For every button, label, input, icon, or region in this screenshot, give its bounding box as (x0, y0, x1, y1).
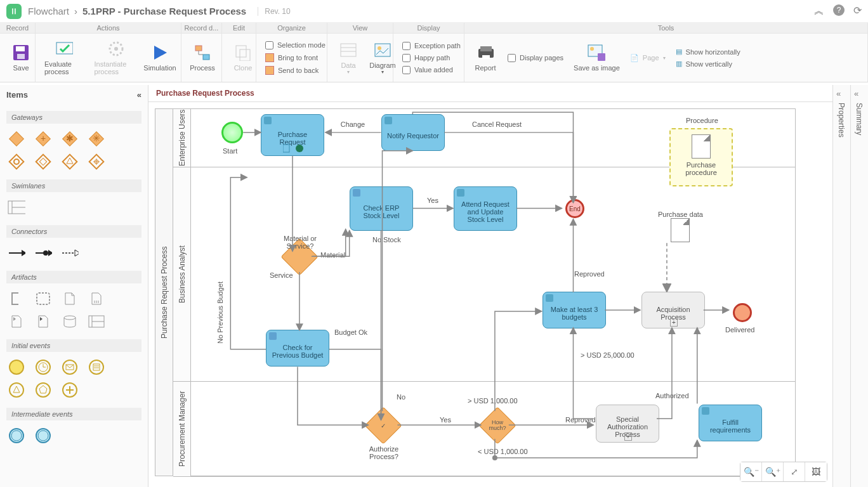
task-attend-request[interactable]: Attend Request and Update Stock Level (454, 186, 517, 231)
artifact-lane-icon[interactable] (88, 313, 105, 330)
svg-point-19 (590, 47, 594, 51)
end-event[interactable]: End (565, 199, 584, 218)
gateway-variant3-icon[interactable] (61, 153, 79, 171)
svg-rect-6 (195, 46, 202, 51)
save-as-image-button[interactable]: Save as image (569, 41, 625, 74)
gateway-how-much[interactable]: How much? (478, 406, 516, 444)
svg-rect-75 (283, 145, 289, 152)
collapse-sidebar-icon[interactable]: « (137, 90, 141, 100)
expand-summary-icon[interactable]: « (854, 89, 858, 98)
task-check-erp[interactable]: Check ERP Stock Level (350, 186, 413, 231)
intermediate-event1-icon[interactable] (8, 427, 25, 445)
svg-rect-1 (16, 46, 25, 51)
gateway-complex-icon[interactable]: ✳ (88, 130, 105, 148)
subprocess-acquisition[interactable]: Acquisition Process+ (641, 292, 705, 328)
start-signal-icon[interactable] (8, 381, 25, 399)
swimlane-pool-icon[interactable] (8, 198, 25, 216)
revision-label: Rev. 10 (258, 7, 290, 16)
delivered-label: Delivered (725, 326, 754, 334)
gateway-parallel-icon[interactable]: + (34, 130, 52, 148)
palette-section-initial: Initial events (6, 339, 141, 352)
palette-section-connectors: Connectors (6, 225, 141, 238)
pool[interactable]: Purchase Request Process Enterprise User… (155, 108, 796, 476)
data-object-purchase-data[interactable]: Purchase data (658, 211, 703, 242)
expand-properties-icon[interactable]: « (836, 89, 841, 98)
gateway-variant2-icon[interactable] (34, 153, 52, 171)
artifact-data-collection-icon[interactable] (88, 290, 105, 308)
group-purchase-procedure[interactable]: Purchase procedure (669, 128, 733, 186)
artifact-data-input-icon[interactable] (8, 313, 25, 330)
collapse-ribbon-icon[interactable]: ︽ (814, 4, 824, 18)
display-pages-checkbox[interactable]: Display pages (505, 53, 566, 63)
gateway-variant4-icon[interactable] (88, 153, 105, 171)
selection-mode-checkbox[interactable]: Selection mode (263, 40, 328, 51)
happy-path-checkbox[interactable]: Happy path (400, 53, 463, 63)
report-button[interactable]: Report (468, 41, 503, 74)
lane-procurement-manager[interactable]: Procurement Manager ✓ Authorize Process?… (173, 382, 795, 477)
bring-to-front-button[interactable]: Bring to front (263, 52, 328, 63)
artifact-data-object-icon[interactable] (61, 290, 79, 308)
evaluate-process-button[interactable]: Evaluate process (39, 37, 89, 78)
start-none-icon[interactable] (8, 358, 25, 376)
task-fulfill[interactable]: Fulfill requirements (699, 405, 762, 441)
fit-to-screen-button[interactable]: ⤢ (784, 462, 805, 481)
edge-label-yes1: Yes (427, 197, 438, 204)
show-horizontally-button[interactable]: ▤Show horizontally (673, 46, 743, 57)
gateway-event-icon[interactable]: ✱ (61, 130, 79, 148)
connector-message-icon[interactable] (61, 244, 79, 262)
gw-label-authorize: Authorize Process? (364, 445, 404, 460)
edge-label-no: No (397, 393, 405, 401)
start-conditional-icon[interactable] (88, 358, 105, 376)
svg-marker-67 (39, 386, 47, 393)
refresh-icon[interactable]: ⟳ (853, 4, 862, 18)
artifact-data-output-icon[interactable] (34, 313, 52, 330)
lane-business-analyst[interactable]: Business Analyst Check ERP Stock Level A… (173, 167, 795, 382)
properties-panel-collapsed[interactable]: « Properties (832, 85, 850, 487)
task-make-budgets[interactable]: Make at least 3 budgets (542, 292, 606, 328)
delivered-event[interactable] (733, 303, 752, 322)
diagram-canvas[interactable]: Purchase Request Process Enterprise User… (148, 102, 832, 487)
minimap-button[interactable]: 🖼 (805, 462, 827, 481)
task-check-budget[interactable]: Check for Previous Budget (266, 330, 329, 367)
save-button[interactable]: Save (4, 41, 38, 74)
sidebar-title: Items (6, 90, 28, 100)
svg-point-60 (89, 360, 103, 374)
palette-section-artifacts: Artifacts (6, 271, 141, 283)
show-vertically-button[interactable]: ▥Show vertically (673, 58, 743, 69)
task-notify-requestor[interactable]: Notify Requestor (381, 114, 445, 151)
intermediate-event2-icon[interactable] (34, 427, 52, 445)
gateway-inclusive-icon[interactable] (8, 153, 25, 171)
start-parallel-icon[interactable] (61, 381, 79, 399)
simulation-button[interactable]: Simulation (143, 41, 177, 74)
page-title: 5.1PRP - Purchase Request Process (82, 6, 246, 16)
gateway-exclusive-icon[interactable] (8, 130, 25, 148)
send-to-back-button[interactable]: Send to back (263, 65, 328, 76)
svg-point-29 (14, 159, 19, 164)
start-multiple-icon[interactable] (34, 381, 52, 399)
exception-path-checkbox[interactable]: Exception path (400, 41, 463, 51)
purchase-data-label: Purchase data (658, 211, 703, 218)
start-event[interactable] (221, 122, 243, 143)
subprocess-special-auth[interactable]: Special Authorization Process+ (596, 405, 659, 443)
process-button[interactable]: Process (185, 41, 220, 74)
gateway-authorize[interactable]: ✓ (364, 406, 402, 444)
value-added-checkbox[interactable]: Value added (400, 65, 463, 75)
help-icon[interactable]: ? (833, 4, 845, 16)
canvas-tab[interactable]: Purchase Request Process (148, 85, 832, 102)
start-timer-icon[interactable] (34, 358, 52, 376)
connector-sequence-icon[interactable] (8, 244, 25, 262)
artifact-datastore-icon[interactable] (61, 313, 79, 330)
summary-panel-collapsed[interactable]: « Summary (850, 85, 868, 487)
artifact-group-icon[interactable] (34, 290, 52, 308)
svg-text:✱: ✱ (66, 133, 74, 143)
task-purchase-request[interactable]: Purchase Request (261, 114, 324, 156)
artifact-annotation-icon[interactable] (8, 290, 25, 308)
zoom-in-button[interactable]: 🔍⁺ (762, 462, 784, 481)
edge-label-service: Service (270, 271, 293, 279)
breadcrumb-root[interactable]: Flowchart (28, 6, 69, 16)
start-message-icon[interactable] (61, 358, 79, 376)
summary-label: Summary (855, 103, 864, 135)
connector-default-icon[interactable] (34, 244, 52, 262)
svg-point-53 (10, 360, 23, 374)
zoom-out-button[interactable]: 🔍⁻ (740, 462, 762, 481)
